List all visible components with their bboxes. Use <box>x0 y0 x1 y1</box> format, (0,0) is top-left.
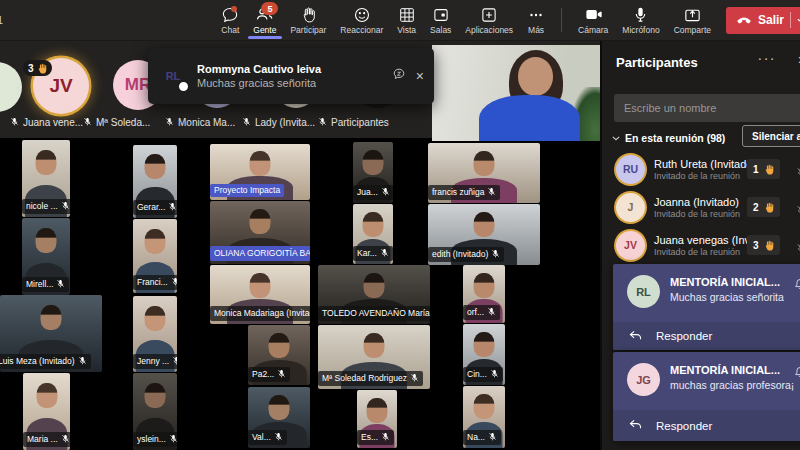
search-input[interactable] <box>614 94 794 122</box>
chat-reply-card[interactable]: JG MENTORÍA INICIAL... muchas gracias pr… <box>613 352 800 441</box>
leave-button-label: Salir <box>758 13 784 27</box>
apps-icon <box>480 6 498 24</box>
video-tile-cin[interactable]: Cin... <box>463 324 505 385</box>
video-tile-franci[interactable]: Franci... <box>133 219 177 293</box>
rooms-icon <box>432 6 450 24</box>
camera-icon <box>584 6 603 24</box>
tab-label: Chat <box>221 25 239 35</box>
participant-name-label: francis zuñiga <box>428 185 500 200</box>
chevron-down-icon <box>612 136 620 141</box>
reply-bar[interactable]: Responder <box>613 410 800 441</box>
mic-muted-icon[interactable] <box>796 163 800 181</box>
video-tile-oliana-gorigoit-a-barr-a[interactable]: OLIANA GORIGOITÍA BARRÍA... <box>210 201 310 264</box>
device-button-c-mara[interactable]: Cámara <box>571 0 615 40</box>
video-tile-orf[interactable]: orf... <box>463 265 505 323</box>
presenter-torso <box>479 95 580 141</box>
video-tile-proyecto-impacta[interactable]: Proyecto Impacta <box>210 144 310 200</box>
card-avatar: RL <box>627 275 660 308</box>
participant-name-label: Gerar... <box>133 200 177 215</box>
video-tile-luis-meza-invitado[interactable]: Luis Meza (Invitado) <box>0 295 102 372</box>
participant-row-ruth-ureta-invitado[interactable]: RU Ruth Ureta (Invitado) Invitado de la … <box>602 150 800 188</box>
video-tile-maria[interactable]: Maria ... <box>23 373 70 450</box>
video-tile-jua[interactable]: Jua... <box>353 142 393 203</box>
mic-muted-icon <box>381 187 390 198</box>
video-tile-m-soledad-rodriguez[interactable]: Mª Soledad Rodriguez <box>318 325 430 389</box>
participant-name-label: Na... <box>463 430 501 445</box>
hangup-icon <box>736 11 752 30</box>
mute-all-button[interactable]: Silenciar a todos <box>742 125 800 147</box>
toolbar-tab-chat[interactable]: Chat <box>214 0 246 40</box>
card-avatar: JG <box>627 363 660 396</box>
audio-avatar-jv[interactable]: JV3 <box>33 58 89 114</box>
raised-hand-badge: 1 <box>747 159 780 179</box>
reply-label: Responder <box>656 330 712 342</box>
toolbar-tab-aplicaciones[interactable]: Aplicaciones <box>458 0 520 40</box>
video-tile-jenny[interactable]: Jenny ... <box>133 296 177 372</box>
toolbar-tab-gente[interactable]: 5 Gente <box>246 0 283 40</box>
video-tile-mirell[interactable]: Mirell... <box>22 218 70 295</box>
toolbar-tab-m-s[interactable]: Más <box>520 0 552 40</box>
mic-muted-icon <box>169 434 177 445</box>
video-tile-francis-zu-iga[interactable]: francis zuñiga <box>428 143 540 203</box>
video-tile-nicole[interactable]: nicole ... <box>22 140 70 217</box>
participant-name-label: TOLEDO AVENDAÑO María <box>318 306 430 321</box>
reply-bar[interactable]: Responder <box>613 322 800 350</box>
presence-dot <box>177 80 190 93</box>
participant-subtitle: Invitado de la reunión <box>654 209 740 219</box>
hand-icon <box>299 6 317 24</box>
mic-muted-icon <box>61 201 70 212</box>
video-tile-monica-madariaga-invitado[interactable]: Monica Madariaga (Invitado) <box>210 265 310 324</box>
bell-icon <box>794 276 800 294</box>
more-options-icon[interactable]: ··· <box>758 50 777 66</box>
tab-label: Gente <box>253 25 276 35</box>
toast-close-icon[interactable]: × <box>416 69 424 83</box>
video-tile-na[interactable]: Na... <box>463 386 505 448</box>
mute-notifications-icon[interactable] <box>392 67 406 85</box>
audio-participant-label: Monica Ma... <box>165 117 235 128</box>
video-tile-yslein[interactable]: yslein... <box>133 373 177 450</box>
toolbar-tab-reaccionar[interactable]: Reaccionar <box>333 0 390 40</box>
video-tile-pa2[interactable]: Pa2... <box>248 325 310 385</box>
participant-name-label: Kar... <box>353 246 393 261</box>
mic-muted-icon[interactable] <box>796 239 800 257</box>
participant-name-label: Mª Soledad Rodriguez <box>318 371 423 386</box>
participant-name-label: edith (Invitado) <box>428 247 504 262</box>
mic-muted-icon <box>171 277 177 288</box>
toolbar-tab-participar[interactable]: Participar <box>283 0 333 40</box>
device-button-micr-fono[interactable]: Micrófono <box>615 0 666 40</box>
tab-label: Participar <box>290 25 326 35</box>
mic-muted-icon <box>56 279 65 290</box>
meeting-stage: JV3MR Juana vene...Mª Soleda...Monica Ma… <box>0 40 600 450</box>
video-tile-val[interactable]: Val... <box>248 387 310 448</box>
video-tile-es[interactable]: Es... <box>357 390 397 448</box>
participant-avatar: RU <box>616 155 645 184</box>
participant-subtitle: Invitado de la reunión <box>654 171 756 181</box>
chat-reply-card[interactable]: RL MENTORÍA INICIAL... Muchas gracias se… <box>613 264 800 350</box>
reply-label: Responder <box>656 420 712 432</box>
video-tile-edith-invitado[interactable]: edith (Invitado) <box>428 204 540 265</box>
video-tile-kar[interactable]: Kar... <box>353 204 393 264</box>
raised-hand-badge: 2 <box>747 197 780 217</box>
toolbar-tab-vista[interactable]: Vista <box>390 0 423 40</box>
video-tile-gerar[interactable]: Gerar... <box>133 145 177 218</box>
participant-name-label: Franci... <box>133 275 177 290</box>
more-icon <box>527 6 545 24</box>
participant-row-juana-venegas-invitado[interactable]: JV Juana venegas (Invitado) Invitado de … <box>602 226 800 264</box>
mic-muted-icon[interactable] <box>796 201 800 219</box>
video-tile-toledo-avenda-o-mar-a[interactable]: TOLEDO AVENDAÑO María <box>318 265 430 324</box>
tab-label: Cámara <box>578 25 608 35</box>
mic-muted-icon <box>172 356 177 367</box>
in-meeting-section-header[interactable]: En esta reunión (98) <box>612 132 725 144</box>
device-button-comparte[interactable]: Comparte <box>667 0 718 40</box>
toast-message: Muchas gracias señorita <box>197 77 321 89</box>
leave-button[interactable]: Salir <box>726 7 800 34</box>
toolbar-tab-salas[interactable]: Salas <box>423 0 458 40</box>
mic-muted-icon <box>165 117 174 128</box>
spotlight-video[interactable] <box>432 45 600 141</box>
participant-row-joanna-invitado[interactable]: J Joanna (Invitado) Invitado de la reuni… <box>602 188 800 226</box>
participant-search <box>614 94 800 122</box>
share-icon <box>683 6 702 24</box>
chat-notification-toast[interactable]: RL Rommyna Cautivo leiva Muchas gracias … <box>148 48 434 104</box>
participant-name-label: OLIANA GORIGOITÍA BARRÍA... <box>210 246 310 261</box>
presenter-face <box>518 57 553 95</box>
